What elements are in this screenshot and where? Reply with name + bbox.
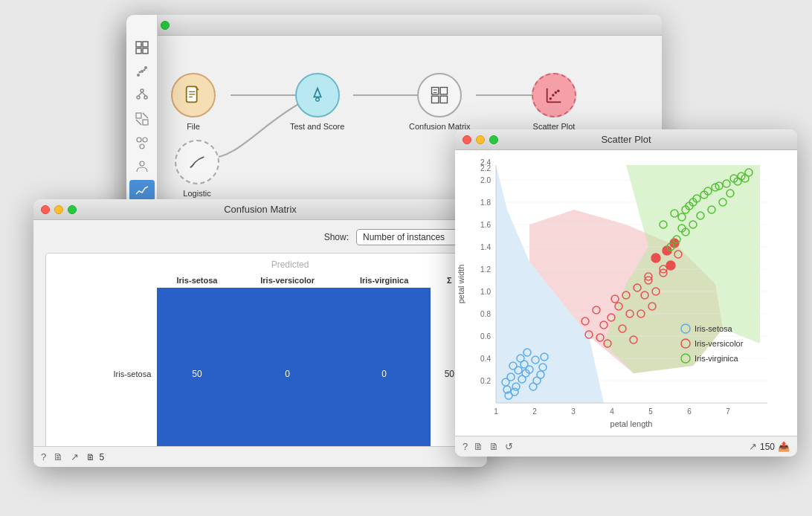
svg-text:0.8: 0.8 [480, 310, 491, 318]
svg-text:6: 6 [687, 407, 692, 416]
sp-maximize-button[interactable] [489, 135, 498, 144]
svg-point-26 [315, 98, 319, 102]
maximize-button[interactable] [161, 21, 170, 30]
svg-text:2.0: 2.0 [480, 176, 491, 184]
cm-close-button[interactable] [41, 205, 50, 214]
svg-text:1.2: 1.2 [480, 265, 491, 274]
cm-maximize-button[interactable] [68, 205, 77, 214]
cm-footer-info-icon[interactable]: 🗎 [54, 451, 63, 462]
sp-footer-count: 150 [760, 442, 775, 452]
cm-footer-arrow-icon[interactable]: ↗ [71, 451, 79, 462]
svg-point-110 [666, 261, 675, 270]
svg-rect-14 [136, 113, 141, 118]
svg-rect-3 [143, 48, 148, 54]
svg-text:1: 1 [494, 407, 498, 416]
sp-chart-content: 0.2 0.4 0.6 0.8 1.0 1.2 1.4 1.6 1.8 2.0 … [455, 150, 797, 436]
cm-minimize-button[interactable] [54, 205, 63, 214]
table-row: Actual Iris-setosa 50 0 0 50 [52, 288, 468, 459]
sidebar-item-tree[interactable] [129, 85, 155, 106]
matrix-table: Iris-setosa Iris-versicolor Iris-virgini… [52, 273, 468, 467]
sp-footer-out-icon[interactable]: 📤 [778, 441, 790, 452]
cell-setosa-versicolor[interactable]: 0 [237, 288, 338, 459]
node-confmatrix[interactable]: Confusion Matrix [409, 73, 471, 131]
cm-titlebar: Confusion Matrix [33, 199, 487, 220]
sp-footer-copy-icon[interactable]: 🗎 [474, 441, 483, 452]
svg-line-12 [138, 92, 142, 96]
svg-text:2: 2 [532, 407, 537, 416]
cm-footer: ? 🗎 ↗ 🗎 5 [33, 446, 487, 467]
node-scatter[interactable]: Scatter Plot [532, 73, 576, 131]
svg-rect-27 [432, 88, 439, 94]
svg-point-9 [141, 89, 144, 92]
svg-text:Iris-versicolor: Iris-versicolor [695, 339, 744, 348]
sp-close-button[interactable] [463, 135, 471, 144]
scatter-chart-svg: 0.2 0.4 0.6 0.8 1.0 1.2 1.4 1.6 1.8 2.0 … [455, 150, 797, 436]
cm-show-row: Show: Number of instances Proportion of … [45, 229, 475, 245]
sp-footer-arrow-icon[interactable]: ↗ [749, 441, 757, 452]
x-axis-label: petal length [610, 419, 653, 428]
svg-point-35 [550, 97, 552, 100]
sidebar-item-matrix[interactable] [129, 109, 155, 129]
sidebar-item-clusters[interactable] [129, 132, 155, 153]
sidebar-item-datatable[interactable] [129, 37, 155, 58]
cm-footer-count: 🗎 5 [86, 452, 104, 462]
sidebar-item-person[interactable] [129, 156, 155, 177]
svg-rect-30 [440, 96, 447, 103]
sp-footer-save-icon[interactable]: 🗎 [489, 441, 499, 452]
svg-point-37 [555, 91, 558, 94]
actual-label: Actual [52, 288, 61, 467]
svg-text:Iris-setosa: Iris-setosa [695, 324, 733, 333]
svg-point-8 [143, 69, 145, 71]
svg-point-7 [138, 71, 141, 74]
cm-footer-help-icon[interactable]: ? [41, 451, 46, 462]
node-testandscore[interactable]: Test and Score [290, 73, 344, 131]
svg-text:1.6: 1.6 [480, 221, 491, 229]
cell-setosa-virginica[interactable]: 0 [338, 288, 431, 459]
scatter-plot-window: Scatter Plot 0.2 0.4 [455, 129, 797, 457]
node-logistic[interactable]: Logistic Regression [164, 140, 231, 207]
svg-rect-1 [143, 42, 148, 47]
svg-point-18 [137, 138, 141, 142]
svg-text:2.4: 2.4 [480, 158, 491, 167]
svg-text:1.8: 1.8 [480, 199, 491, 207]
svg-rect-15 [143, 120, 148, 125]
y-axis-label: petal width [457, 265, 465, 304]
svg-rect-28 [440, 88, 447, 94]
sp-footer-refresh-icon[interactable]: ↺ [505, 441, 513, 452]
sp-footer-help-icon[interactable]: ? [463, 441, 468, 452]
col-header-setosa: Iris-setosa [157, 273, 236, 288]
predicted-header: Predicted [112, 259, 468, 270]
confusion-matrix-window: Confusion Matrix Show: Number of instanc… [33, 199, 487, 467]
svg-rect-0 [136, 42, 141, 47]
svg-rect-29 [432, 96, 439, 103]
svg-text:4: 4 [610, 407, 614, 416]
node-testandscore-label: Test and Score [290, 122, 344, 131]
sp-titlebar: Scatter Plot [455, 129, 797, 150]
svg-text:3: 3 [571, 407, 576, 416]
svg-point-4 [137, 74, 140, 77]
col-header-virginica: Iris-virginica [338, 273, 431, 288]
svg-text:5: 5 [648, 407, 653, 416]
sp-footer: ? 🗎 🗎 ↺ ↗ 150 📤 [455, 436, 797, 457]
svg-point-20 [140, 144, 144, 149]
svg-line-13 [142, 92, 146, 96]
node-file[interactable]: File [171, 73, 216, 131]
svg-line-16 [143, 113, 148, 118]
svg-text:7: 7 [726, 407, 730, 416]
svg-point-108 [651, 254, 660, 262]
cm-content: Show: Number of instances Proportion of … [33, 220, 487, 467]
sp-title: Scatter Plot [601, 134, 651, 145]
svg-text:Iris-virginica: Iris-virginica [695, 354, 739, 363]
svg-point-5 [141, 70, 144, 73]
cell-setosa-setosa[interactable]: 50 [157, 288, 236, 459]
svg-text:1.4: 1.4 [480, 243, 491, 251]
svg-point-10 [137, 96, 140, 99]
svg-point-21 [140, 161, 144, 166]
sp-minimize-button[interactable] [476, 135, 485, 144]
sidebar-item-scatter[interactable] [129, 61, 155, 82]
col-header-versicolor: Iris-versicolor [237, 273, 338, 288]
cm-title: Confusion Matrix [224, 204, 297, 215]
svg-point-19 [143, 138, 147, 142]
sidebar-item-linechart[interactable] [129, 180, 155, 201]
svg-point-36 [552, 94, 555, 97]
